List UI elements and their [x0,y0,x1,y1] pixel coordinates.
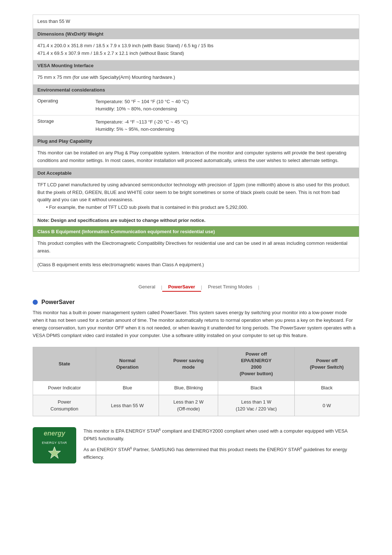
td-off-indicator: Black [294,381,359,395]
powersaver-title: PowerSaver [33,299,359,305]
dimensions-value: 471.4 x 200.0 x 351.8 mm / 18.5 x 7.9 x … [33,39,359,60]
powersaver-description: This monitor has a built-in power manage… [33,309,359,339]
operating-value: Temperature: 50 °F ~ 104 °F (10 °C ~ 40 … [91,95,359,115]
td-label-indicator: Power Indicator [33,381,96,395]
classb-note: (Class B equipment emits less electromag… [33,258,359,272]
storage-value: Temperature: -4 °F ~113 °F (-20 °C ~ 45 … [91,116,359,135]
dimensions-header: Dimensions (WxDxH)/ Weight [33,29,359,39]
power-row: Less than 55 W [33,15,359,29]
tab-preset[interactable]: Preset Timing Modes [202,283,258,292]
classb-note-row: (Class B equipment emits less electromag… [33,258,359,272]
dot-bullet: For example, the number of TFT LCD sub p… [37,204,248,210]
th-normal: NormalOperation [96,347,159,381]
energy-star-section: energy ENERGY STAR This monitor is EPA E… [33,427,359,464]
operating-row: Operating Temperature: 50 °F ~ 104 °F (1… [33,95,359,116]
plug-value: This monitor can be installed on any Plu… [33,146,359,167]
note-row: Note: Design and specifications are subj… [33,215,359,226]
tab-general[interactable]: General [133,283,161,292]
vesa-value: 75 mm x 75 mm (for use with Specialty(Ar… [33,71,359,84]
powersaver-section: PowerSaver This monitor has a built-in p… [33,299,359,464]
powersaver-dot-icon [33,300,38,305]
td-saving-consumption: Less than 2 W(Off-mode) [159,395,218,416]
th-state: State [33,347,96,381]
energy-text-1: This monitor is EPA ENERGY STARfi compli… [83,427,359,443]
note-text: Note: Design and specifications are subj… [33,215,210,226]
td-label-consumption: PowerConsumption [33,395,96,416]
td-normal-indicator: Blue [96,381,159,395]
dimensions-row: 471.4 x 200.0 x 351.8 mm / 18.5 x 7.9 x … [33,39,359,61]
power-value: Less than 55 W [33,15,359,28]
td-normal-consumption: Less than 55 W [96,395,159,416]
table-header-row: State NormalOperation Power savingmode P… [33,347,359,381]
td-off-consumption: 0 W [294,395,359,416]
td-epa-consumption: Less than 1 W(120 Vac / 220 Vac) [218,395,294,416]
classb-row: This product complies with the Electroma… [33,237,359,258]
vesa-row: 75 mm x 75 mm (for use with Specialty(Ar… [33,71,359,85]
energy-logo-label: ENERGY STAR [42,441,67,445]
energy-logo-script: energy [44,430,65,437]
table-row: PowerConsumption Less than 55 W Less tha… [33,395,359,416]
powersaver-heading: PowerSaver [41,299,75,305]
operating-label: Operating [33,95,91,115]
energy-star-logo: energy ENERGY STAR [33,427,76,463]
classb-text: This product complies with the Electroma… [33,237,359,258]
th-power-off: Power off(Power Switch) [294,347,359,381]
energy-star-icon [47,446,62,461]
spec-table: Less than 55 W Dimensions (WxDxH)/ Weigh… [33,15,359,272]
plug-header: Plug and Play Capability [33,136,359,146]
tab-powersaver[interactable]: PowerSaver [162,283,201,292]
td-epa-indicator: Black [218,381,294,395]
environmental-header: Environmental considerations [33,85,359,95]
energy-description: This monitor is EPA ENERGY STARfi compli… [83,427,359,464]
svg-marker-0 [48,447,61,458]
storage-label: Storage [33,116,91,135]
page-wrapper: Less than 55 W Dimensions (WxDxH)/ Weigh… [33,7,359,471]
dot-header: Dot Acceptable [33,168,359,178]
th-power-saving: Power savingmode [159,347,218,381]
storage-row: Storage Temperature: -4 °F ~113 °F (-20 … [33,116,359,136]
energy-text-2: As an ENERGY STARfi Partner, SAMSUNG has… [83,446,359,461]
nav-tabs: General | PowerSaver | Preset Timing Mod… [33,283,359,292]
dot-value: TFT LCD panel manufactured by using adva… [33,178,359,214]
nav-divider-3: | [258,284,259,290]
th-epa: Power offEPA/ENERGY2000(Power button) [218,347,294,381]
table-row: Power Indicator Blue Blue, Blinking Blac… [33,381,359,395]
power-table: State NormalOperation Power savingmode P… [33,347,359,416]
classb-header: Class B Equipment (Information Communica… [33,226,359,237]
td-saving-indicator: Blue, Blinking [159,381,218,395]
plug-row: This monitor can be installed on any Plu… [33,146,359,168]
dot-text: TFT LCD panel manufactured by using adva… [37,182,350,203]
dot-row: TFT LCD panel manufactured by using adva… [33,178,359,215]
vesa-header: VESA Mounting Interface [33,60,359,71]
